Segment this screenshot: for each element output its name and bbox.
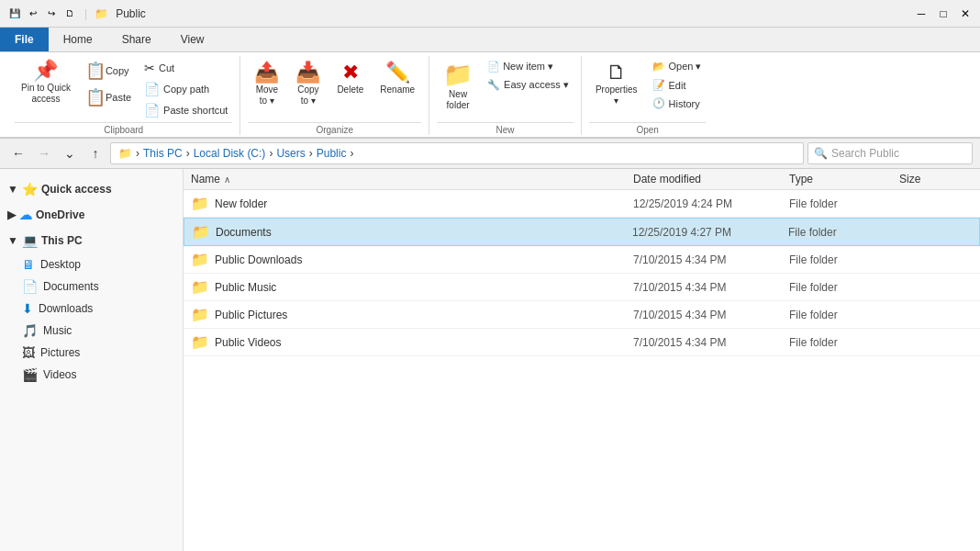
title-bar-folder-icon: 📁 xyxy=(95,7,108,20)
folder-icon: 📁 xyxy=(191,333,209,351)
easy-access-icon: 🔧 xyxy=(487,79,500,91)
path-public[interactable]: Public xyxy=(317,147,347,160)
folder-icon: 📁 xyxy=(191,195,209,212)
delete-icon: ✖ xyxy=(342,61,359,84)
properties-button[interactable]: 🗋 Properties▾ xyxy=(589,58,644,109)
folder-icon: 📁 xyxy=(191,306,209,323)
rename-button[interactable]: ✏️ Rename xyxy=(373,58,421,98)
table-row[interactable]: 📁 Public Pictures 7/10/2015 4:34 PM File… xyxy=(184,301,980,329)
copy-button[interactable]: 📋 Copy xyxy=(81,58,136,84)
properties-icon: 🗋 xyxy=(607,61,627,84)
tab-view[interactable]: View xyxy=(166,28,219,51)
file-type: File folder xyxy=(789,336,899,349)
column-name[interactable]: Name ∧ xyxy=(191,173,633,186)
paste-button[interactable]: 📋 Paste xyxy=(81,84,136,110)
folder-icon: 📁 xyxy=(192,223,210,241)
up-button[interactable]: ↑ xyxy=(84,142,106,164)
recent-locations-button[interactable]: ⌄ xyxy=(59,142,81,164)
cut-button[interactable]: ✂ Cut xyxy=(139,58,232,78)
path-arrow-4: › xyxy=(350,147,353,160)
open-small-group: 📂 Open ▾ 📝 Edit 🕐 History xyxy=(648,58,707,112)
new-small-group: 📄 New item ▾ 🔧 Easy access ▾ xyxy=(483,58,574,94)
column-type[interactable]: Type xyxy=(789,173,899,186)
collapse-icon: ▼ xyxy=(7,183,18,196)
videos-label: Videos xyxy=(43,368,76,381)
window-title: Public xyxy=(116,7,146,20)
new-folder-button[interactable]: 📁 Newfolder xyxy=(437,58,479,114)
tab-file[interactable]: File xyxy=(0,28,49,51)
open-icon: 📂 xyxy=(652,61,665,73)
path-localdisk[interactable]: Local Disk (C:) xyxy=(194,147,266,160)
easy-access-label: Easy access ▾ xyxy=(504,79,569,91)
new-item-label: 📄 New item ▾ xyxy=(487,61,553,73)
tab-home[interactable]: Home xyxy=(49,28,107,51)
sidebar-item-videos[interactable]: 🎬 Videos xyxy=(0,364,183,386)
file-name: Public Music xyxy=(215,281,633,294)
table-row[interactable]: 📁 Documents 12/25/2019 4:27 PM File fold… xyxy=(184,218,980,246)
pin-to-quickaccess-button[interactable]: 📌 Pin to Quickaccess xyxy=(15,58,77,107)
copy-to-button[interactable]: 📥 Copyto ▾ xyxy=(289,58,327,109)
sidebar-item-desktop[interactable]: 🖥 Desktop xyxy=(0,253,183,276)
address-path[interactable]: 📁 › This PC › Local Disk (C:) › Users › … xyxy=(110,142,804,164)
path-folder-icon: 📁 xyxy=(118,147,132,160)
close-button[interactable]: ✕ xyxy=(958,6,973,21)
easy-access-button[interactable]: 🔧 Easy access ▾ xyxy=(483,76,574,94)
ribbon: 📌 Pin to Quickaccess 📋 Copy 📋 Paste ✂ Cu… xyxy=(0,52,980,139)
sidebar-item-onedrive[interactable]: ▶ ☁ OneDrive xyxy=(0,202,183,228)
column-date[interactable]: Date modified xyxy=(633,173,789,186)
table-row[interactable]: 📁 Public Videos 7/10/2015 4:34 PM File f… xyxy=(184,329,980,356)
sidebar-item-thispc[interactable]: ▼ 💻 This PC xyxy=(0,228,183,253)
sidebar-item-quickaccess[interactable]: ▼ ⭐ Quick access xyxy=(0,176,183,202)
quickaccess-label: Quick access xyxy=(41,183,112,196)
search-placeholder: Search Public xyxy=(831,147,899,160)
paste-icon: 📋 xyxy=(85,87,106,107)
paste-shortcut-label: Paste shortcut xyxy=(163,105,228,116)
minimize-button[interactable]: ─ xyxy=(914,6,929,21)
copy-label: Copy xyxy=(106,65,129,76)
delete-button[interactable]: ✖ Delete xyxy=(330,58,370,98)
maximize-button[interactable]: □ xyxy=(936,6,951,21)
new-group: 📁 Newfolder 📄 New item ▾ 🔧 Easy access ▾… xyxy=(429,56,582,135)
desktop-label: Desktop xyxy=(40,258,81,271)
search-box[interactable]: 🔍 Search Public xyxy=(807,142,973,164)
music-label: Music xyxy=(43,324,72,337)
file-name: New folder xyxy=(215,197,633,210)
sidebar-item-music[interactable]: 🎵 Music xyxy=(0,320,183,342)
pin-icon: 📌 xyxy=(33,61,58,81)
forward-button[interactable]: → xyxy=(33,142,55,164)
new-item-button[interactable]: 📄 New item ▾ xyxy=(483,58,574,75)
tab-share[interactable]: Share xyxy=(107,28,166,51)
search-icon: 🔍 xyxy=(814,147,828,160)
paste-shortcut-button[interactable]: 📄 Paste shortcut xyxy=(139,100,232,120)
undo-icon[interactable]: ↩ xyxy=(26,6,40,21)
new-label: New xyxy=(437,122,574,135)
sidebar-item-documents[interactable]: 📄 Documents xyxy=(0,276,183,298)
move-to-button[interactable]: 📤 Moveto ▾ xyxy=(248,58,285,109)
file-list-header: Name ∧ Date modified Type Size xyxy=(184,169,980,190)
history-button[interactable]: 🕐 History xyxy=(648,95,707,112)
copy-path-label: Copy path xyxy=(163,84,209,95)
ribbon-tabs: File Home Share View xyxy=(0,28,980,52)
table-row[interactable]: 📁 Public Music 7/10/2015 4:34 PM File fo… xyxy=(184,274,980,301)
sidebar-item-downloads[interactable]: ⬇ Downloads xyxy=(0,298,183,320)
open-button[interactable]: 📂 Open ▾ xyxy=(648,58,707,75)
sidebar-item-pictures[interactable]: 🖼 Pictures xyxy=(0,342,183,364)
column-size[interactable]: Size xyxy=(899,173,973,186)
sort-arrow: ∧ xyxy=(224,174,230,185)
table-row[interactable]: 📁 New folder 12/25/2019 4:24 PM File fol… xyxy=(184,190,980,218)
desktop-icon: 🖥 xyxy=(22,257,35,272)
open-label: Open xyxy=(589,122,707,135)
paste-shortcut-icon: 📄 xyxy=(144,103,160,118)
table-row[interactable]: 📁 Public Downloads 7/10/2015 4:34 PM Fil… xyxy=(184,246,980,274)
file-date: 7/10/2015 4:34 PM xyxy=(633,309,789,321)
history-label: History xyxy=(669,98,700,109)
path-users[interactable]: Users xyxy=(276,147,305,160)
redo-icon[interactable]: ↪ xyxy=(44,6,59,21)
properties-icon[interactable]: 🗋 xyxy=(62,6,77,21)
back-button[interactable]: ← xyxy=(7,142,29,164)
edit-button[interactable]: 📝 Edit xyxy=(648,76,707,94)
path-thispc[interactable]: This PC xyxy=(143,147,183,160)
file-name: Public Videos xyxy=(215,336,633,349)
copy-path-button[interactable]: 📄 Copy path xyxy=(139,79,232,99)
copy-icon: 📋 xyxy=(85,61,106,81)
